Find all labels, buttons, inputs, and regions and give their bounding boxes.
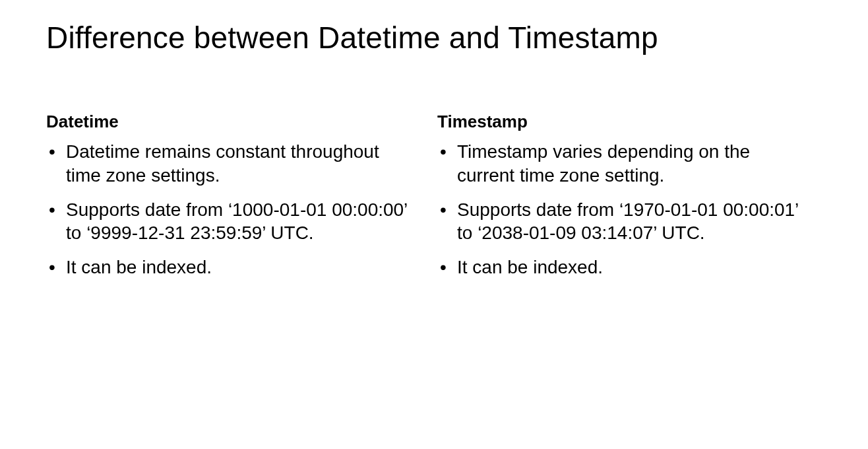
content-columns: Datetime Datetime remains constant throu… <box>46 112 822 290</box>
list-item: It can be indexed. <box>437 256 809 279</box>
list-item: Supports date from ‘1970-01-01 00:00:01’… <box>437 198 809 246</box>
timestamp-column: Timestamp Timestamp varies depending on … <box>437 112 822 290</box>
list-item: Supports date from ‘1000-01-01 00:00:00’… <box>46 198 418 246</box>
list-item: Datetime remains constant throughout tim… <box>46 140 418 188</box>
slide-title: Difference between Datetime and Timestam… <box>46 20 822 55</box>
list-item: Timestamp varies depending on the curren… <box>437 140 809 188</box>
datetime-column: Datetime Datetime remains constant throu… <box>46 112 431 290</box>
timestamp-heading: Timestamp <box>437 112 809 132</box>
list-item: It can be indexed. <box>46 256 418 279</box>
datetime-list: Datetime remains constant throughout tim… <box>46 140 418 279</box>
datetime-heading: Datetime <box>46 112 418 132</box>
timestamp-list: Timestamp varies depending on the curren… <box>437 140 809 279</box>
